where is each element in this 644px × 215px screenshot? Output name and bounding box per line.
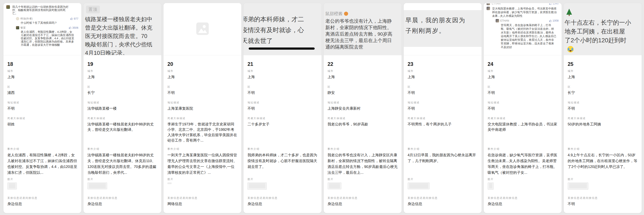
image-attachment-thumbnail[interactable] <box>488 182 494 190</box>
field-value-deceased: 50岁的外地务工阿姨 <box>568 122 638 127</box>
field-value-deceased: 交大电院退休教授，上海书协会员，书法家吴中南老师 <box>488 122 558 132</box>
record-card[interactable]: 我几十年前就认识的一位胡姓朋友也是因为封控、核酸检测等原因没有得到及时救治而死亡… <box>3 3 82 213</box>
pinned-badge: 置顶 <box>86 6 100 13</box>
field-label-direct: 直接信息还是间接信息 <box>87 196 158 199</box>
record-card[interactable]: 20 城市上海 区不明 地址描述上海某康复医院 死者大体描述李昶生于1973年，… <box>163 3 242 213</box>
image-attachment-thumbnail[interactable] <box>568 182 588 190</box>
reply-avatar <box>16 17 19 20</box>
field-label-event: 事件介绍 <box>408 147 478 150</box>
like-count: 1340 <box>549 4 558 5</box>
field-label-address: 地址描述 <box>408 101 478 104</box>
record-number: 23 <box>408 61 478 67</box>
record-preview-image[interactable]: 置顶 镇路某楼一楼独居老夫妇中 曾是交大出版社翻译。休克 医无对接医院而去世。7… <box>84 3 161 55</box>
image-attachment-thumbnail[interactable] <box>87 182 107 189</box>
card-fields: 24 城市上海 区不明 地址描述不明 死者大体描述交大电院退休教授，上海书协会员… <box>484 55 562 213</box>
thumb-up-icon <box>70 17 73 20</box>
field-label-event: 事件介绍 <box>248 147 318 150</box>
field-value-address: 不明 <box>488 106 558 111</box>
field-value-event: 法华镇路某楼一楼独居老夫妇中88岁的丈夫，曾经是交大出版社翻译。休克后110、1… <box>87 152 158 175</box>
field-value-city: 上海 <box>167 74 238 80</box>
field-label-image: 图片 <box>7 178 78 181</box>
field-label-deceased: 死者大体描述 <box>568 117 638 120</box>
preview-text-line: 镇路某楼一楼独居老夫妇中 <box>85 15 161 24</box>
field-label-event: 事件介绍 <box>488 147 558 150</box>
field-value-direct: 身边信息 <box>87 201 158 206</box>
image-attachment-thumbnail[interactable] <box>328 182 342 189</box>
record-preview-image[interactable]: 鼠甜橙酱 老公的爷爷也没有计入，上海静 新村，全家阴的情况下他阳性。 离酒店后差… <box>324 3 402 55</box>
commenter-avatar <box>486 7 490 10</box>
thumb-up-icon <box>549 20 552 22</box>
preview-text-line: 天就去世了 <box>244 35 321 46</box>
field-label-city: 城市 <box>328 70 398 73</box>
field-label-city: 城市 <box>408 70 478 73</box>
comment-text: 我几十年前就认识的一位胡姓朋友也是因为封控、核酸检测等原因没有得到及时救治而死亡… <box>12 5 70 15</box>
record-preview-image[interactable]: 早晨，我的朋友因为 子刚刚两岁。 <box>404 3 482 55</box>
record-card[interactable]: 早晨，我的朋友因为 子刚刚两岁。 23 城市上海 区不明 地址描述不明 死者大体… <box>404 3 482 213</box>
record-card[interactable]: 置顶 镇路某楼一楼独居老夫妇中 曾是交大出版社翻译。休克 医无对接医院而去世。7… <box>83 3 162 213</box>
field-value-direct: 身边信息 <box>248 201 318 206</box>
field-value-event: 老人住浦西，有陈旧性脑梗，4.2摔跤，女儿被封在浦东过不了江，妹妹们虽住浦西但也… <box>7 152 78 175</box>
field-label-direct: 直接信息还是间接信息 <box>568 196 638 199</box>
post-author: 鼠甜橙酱 <box>326 11 402 17</box>
field-value-address: 不明 <box>568 106 638 111</box>
field-label-address: 地址描述 <box>167 101 238 104</box>
preview-text-line: 早晨，我的朋友因为 <box>406 15 482 26</box>
field-value-deceased: 二十多岁女子 <box>248 122 318 127</box>
record-preview-image[interactable] <box>164 3 241 55</box>
field-label-address: 地址描述 <box>488 101 558 104</box>
field-value-event: 在急诊病逝，缺少氧气等医疗资源，哀求医生救治未果...夫人亦感染为阳性。吴老师苦… <box>488 152 558 175</box>
preview-text-line: 通的隔离医院去世 <box>326 44 402 50</box>
record-preview-image[interactable]: 午十点左右，长宁的一小 地务工阿姨，在出租屋 了2个小时的120赶到时 <box>564 3 642 55</box>
record-number: 21 <box>248 61 318 67</box>
field-value-direct: 身边信息 <box>408 201 478 206</box>
field-value-address: 上海某康复医院 <box>167 106 238 111</box>
field-label-event: 事件介绍 <box>568 147 638 150</box>
record-card[interactable]: ETHAN 1340 交大电院退休教授，上海书协会员，书法家吴中南老师在急诊病逝… <box>484 3 562 213</box>
field-value-address: 不明 <box>248 106 318 111</box>
field-value-district: 长宁 <box>87 90 158 95</box>
field-label-city: 城市 <box>167 70 238 73</box>
field-label-event: 事件介绍 <box>87 147 158 150</box>
record-preview-image[interactable]: ETHAN 1340 交大电院退休教授，上海书协会员，书法家吴中南老师在急诊病逝… <box>484 3 562 55</box>
field-value-address: 法华镇路某楼一楼 <box>87 106 158 111</box>
preview-text-line: 梗无法去三甲，最后在上个周日 <box>326 37 402 44</box>
preview-text-line: 曾是交大出版社翻译。休克 <box>85 24 161 32</box>
field-label-deceased: 死者大体描述 <box>408 117 478 120</box>
record-card[interactable]: 鼠甜橙酱 老公的爷爷也没有计入，上海静 新村，全家阴的情况下他阳性。 离酒店后差… <box>324 3 402 213</box>
field-value-address: 上海静安去共康新村 <box>328 106 398 111</box>
gallery-board: 我几十年前就认识的一位胡姓朋友也是因为封控、核酸检测等原因没有得到及时救治而死亡… <box>0 0 644 215</box>
crying-emoji <box>567 46 574 53</box>
image-attachment-thumbnail[interactable] <box>248 182 267 190</box>
record-preview-image[interactable]: 我几十年前就认识的一位胡姓朋友也是因为封控、核酸检测等原因没有得到及时救治而死亡… <box>4 3 81 55</box>
image-attachment-thumbnail[interactable] <box>408 182 430 189</box>
field-value-district: 不明 <box>248 90 318 95</box>
preview-text-line: 地务工阿姨，在出租屋 <box>565 27 642 36</box>
field-label-address: 地址描述 <box>568 101 638 104</box>
preview-text-line: 了2个小时的120赶到时 <box>565 36 642 45</box>
field-label-city: 城市 <box>7 70 78 73</box>
field-value-direct: 身边信息 <box>488 201 558 206</box>
field-value-city: 上海 <box>568 74 638 80</box>
field-value-district: 不明 <box>488 90 558 95</box>
field-label-deceased: 死者大体描述 <box>87 117 158 120</box>
record-card[interactable]: 午十点左右，长宁的一小 地务工阿姨，在出租屋 了2个小时的120赶到时 25 城… <box>564 3 642 213</box>
record-card[interactable]: 师弟的本科师妹，才二 疫情没有及时就诊，心 天就去世了 21 城市上海 区不明 … <box>243 3 322 213</box>
record-number: 25 <box>568 61 638 67</box>
field-value-district: 浦西 <box>7 90 78 95</box>
field-label-deceased: 死者大体描述 <box>328 117 398 120</box>
like-count: 977 <box>70 17 78 20</box>
card-fields: 18 城市上海 区浦西 地址描述不明 死者大体描述胡姓 事件介绍老人住浦西，有陈… <box>4 55 81 213</box>
field-value-city: 上海 <box>488 74 558 80</box>
field-label-event: 事件介绍 <box>167 147 238 150</box>
field-label-district: 区 <box>568 85 638 88</box>
preview-text-line: 医无对接医院而去世。70 <box>85 32 161 40</box>
record-preview-image[interactable]: 师弟的本科师妹，才二 疫情没有及时就诊，心 天就去世了 <box>244 3 321 55</box>
image-attachment-thumbnail[interactable] <box>7 182 17 189</box>
image-attachment-thumbnail[interactable] <box>167 182 172 184</box>
field-label-city: 城市 <box>488 70 558 73</box>
field-label-district: 区 <box>7 85 78 88</box>
field-label-image: 图片 <box>248 178 318 181</box>
card-fields: 20 城市上海 区不明 地址描述上海某康复医院 死者大体描述李昶生于1973年，… <box>164 55 241 213</box>
field-value-direct: 身边信息 <box>7 201 78 206</box>
field-label-address: 地址描述 <box>7 101 78 104</box>
